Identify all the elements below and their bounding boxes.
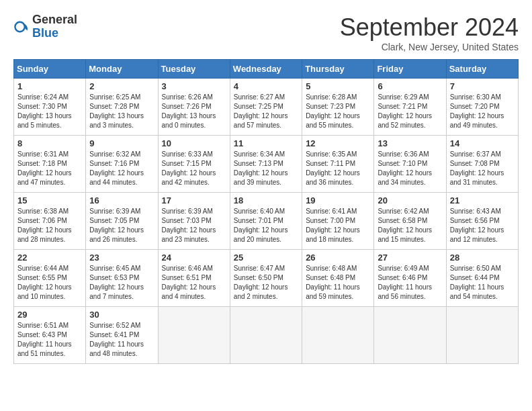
calendar-cell: 4Sunrise: 6:27 AMSunset: 7:25 PMDaylight… [230,79,302,136]
calendar-cell: 2Sunrise: 6:25 AMSunset: 7:28 PMDaylight… [86,79,158,136]
cell-info: Sunrise: 6:34 AMSunset: 7:13 PMDaylight:… [234,150,288,186]
calendar-cell: 1Sunrise: 6:24 AMSunset: 7:30 PMDaylight… [14,79,86,136]
day-number: 8 [17,138,82,148]
day-number: 2 [89,81,154,91]
day-header-saturday: Saturday [446,60,518,79]
cell-info: Sunrise: 6:27 AMSunset: 7:25 PMDaylight:… [234,93,288,129]
cell-info: Sunrise: 6:37 AMSunset: 7:08 PMDaylight:… [450,150,504,186]
cell-info: Sunrise: 6:29 AMSunset: 7:21 PMDaylight:… [378,93,432,129]
logo: General Blue [13,13,77,40]
day-number: 28 [450,253,515,263]
day-number: 20 [378,195,442,205]
cell-info: Sunrise: 6:41 AMSunset: 7:00 PMDaylight:… [306,208,360,243]
calendar-cell: 18Sunrise: 6:40 AMSunset: 7:01 PMDayligh… [230,193,302,250]
calendar-cell [302,307,374,364]
logo-blue: Blue [32,26,58,40]
logo-text: General Blue [32,13,77,40]
cell-info: Sunrise: 6:26 AMSunset: 7:26 PMDaylight:… [162,93,216,129]
cell-info: Sunrise: 6:43 AMSunset: 6:56 PMDaylight:… [450,208,504,243]
day-number: 5 [306,81,370,91]
calendar-cell [374,307,446,364]
day-header-sunday: Sunday [14,60,86,79]
cell-info: Sunrise: 6:30 AMSunset: 7:20 PMDaylight:… [450,93,504,129]
logo-icon [13,19,30,35]
cell-info: Sunrise: 6:38 AMSunset: 7:06 PMDaylight:… [17,208,72,243]
cell-info: Sunrise: 6:35 AMSunset: 7:11 PMDaylight:… [306,150,360,186]
calendar-cell: 24Sunrise: 6:46 AMSunset: 6:51 PMDayligh… [158,250,230,307]
month-title: September 2024 [340,13,519,42]
calendar-cell: 16Sunrise: 6:39 AMSunset: 7:05 PMDayligh… [86,193,158,250]
cell-info: Sunrise: 6:33 AMSunset: 7:15 PMDaylight:… [162,150,216,186]
calendar-cell: 25Sunrise: 6:47 AMSunset: 6:50 PMDayligh… [230,250,302,307]
calendar-cell: 9Sunrise: 6:32 AMSunset: 7:16 PMDaylight… [86,136,158,193]
day-number: 4 [234,81,298,91]
day-number: 7 [450,81,515,91]
calendar-cell: 22Sunrise: 6:44 AMSunset: 6:55 PMDayligh… [14,250,86,307]
day-number: 12 [306,138,370,148]
calendar-cell: 28Sunrise: 6:50 AMSunset: 6:44 PMDayligh… [446,250,518,307]
calendar-cell: 15Sunrise: 6:38 AMSunset: 7:06 PMDayligh… [14,193,86,250]
calendar-cell: 6Sunrise: 6:29 AMSunset: 7:21 PMDaylight… [374,79,446,136]
logo-general: General [32,13,77,26]
cell-info: Sunrise: 6:45 AMSunset: 6:53 PMDaylight:… [89,265,144,300]
day-number: 26 [306,253,370,263]
calendar-cell: 3Sunrise: 6:26 AMSunset: 7:26 PMDaylight… [158,79,230,136]
day-number: 18 [234,195,298,205]
calendar-cell: 21Sunrise: 6:43 AMSunset: 6:56 PMDayligh… [446,193,518,250]
days-header-row: SundayMondayTuesdayWednesdayThursdayFrid… [14,60,519,79]
day-number: 25 [234,253,298,263]
cell-info: Sunrise: 6:42 AMSunset: 6:58 PMDaylight:… [378,208,432,243]
day-number: 9 [89,138,154,148]
cell-info: Sunrise: 6:44 AMSunset: 6:55 PMDaylight:… [17,265,72,300]
cell-info: Sunrise: 6:40 AMSunset: 7:01 PMDaylight:… [234,208,288,243]
day-number: 23 [89,253,154,263]
cell-info: Sunrise: 6:51 AMSunset: 6:43 PMDaylight:… [17,322,72,357]
calendar-cell: 8Sunrise: 6:31 AMSunset: 7:18 PMDaylight… [14,136,86,193]
calendar-cell: 14Sunrise: 6:37 AMSunset: 7:08 PMDayligh… [446,136,518,193]
cell-info: Sunrise: 6:39 AMSunset: 7:05 PMDaylight:… [89,208,144,243]
cell-info: Sunrise: 6:52 AMSunset: 6:41 PMDaylight:… [89,322,144,357]
cell-info: Sunrise: 6:50 AMSunset: 6:44 PMDaylight:… [450,265,504,300]
day-number: 13 [378,138,442,148]
day-header-friday: Friday [374,60,446,79]
cell-info: Sunrise: 6:39 AMSunset: 7:03 PMDaylight:… [162,208,216,243]
calendar-cell: 7Sunrise: 6:30 AMSunset: 7:20 PMDaylight… [446,79,518,136]
cell-info: Sunrise: 6:31 AMSunset: 7:18 PMDaylight:… [17,150,72,186]
calendar-cell: 10Sunrise: 6:33 AMSunset: 7:15 PMDayligh… [158,136,230,193]
day-number: 16 [89,195,154,205]
cell-info: Sunrise: 6:28 AMSunset: 7:23 PMDaylight:… [306,93,360,129]
calendar-table: SundayMondayTuesdayWednesdayThursdayFrid… [13,59,519,364]
day-number: 15 [17,195,82,205]
cell-info: Sunrise: 6:49 AMSunset: 6:46 PMDaylight:… [378,265,432,300]
location: Clark, New Jersey, United States [340,42,519,52]
calendar-week-5: 29Sunrise: 6:51 AMSunset: 6:43 PMDayligh… [14,307,519,364]
cell-info: Sunrise: 6:36 AMSunset: 7:10 PMDaylight:… [378,150,432,186]
day-number: 30 [89,310,154,320]
calendar-cell [446,307,518,364]
day-header-monday: Monday [86,60,158,79]
calendar-cell: 29Sunrise: 6:51 AMSunset: 6:43 PMDayligh… [14,307,86,364]
calendar-week-1: 1Sunrise: 6:24 AMSunset: 7:30 PMDaylight… [14,79,519,136]
calendar-cell: 5Sunrise: 6:28 AMSunset: 7:23 PMDaylight… [302,79,374,136]
calendar-cell: 11Sunrise: 6:34 AMSunset: 7:13 PMDayligh… [230,136,302,193]
cell-info: Sunrise: 6:47 AMSunset: 6:50 PMDaylight:… [234,265,288,300]
day-number: 1 [17,81,82,91]
day-number: 17 [162,195,226,205]
cell-info: Sunrise: 6:32 AMSunset: 7:16 PMDaylight:… [89,150,144,186]
calendar-cell: 23Sunrise: 6:45 AMSunset: 6:53 PMDayligh… [86,250,158,307]
cell-info: Sunrise: 6:46 AMSunset: 6:51 PMDaylight:… [162,265,216,300]
day-header-wednesday: Wednesday [230,60,302,79]
calendar-cell: 12Sunrise: 6:35 AMSunset: 7:11 PMDayligh… [302,136,374,193]
day-number: 29 [17,310,82,320]
day-number: 24 [162,253,226,263]
calendar-cell [230,307,302,364]
page-header: General Blue September 2024 Clark, New J… [13,13,519,52]
day-header-tuesday: Tuesday [158,60,230,79]
calendar-cell: 20Sunrise: 6:42 AMSunset: 6:58 PMDayligh… [374,193,446,250]
title-block: September 2024 Clark, New Jersey, United… [340,13,519,52]
day-number: 6 [378,81,442,91]
day-header-thursday: Thursday [302,60,374,79]
cell-info: Sunrise: 6:25 AMSunset: 7:28 PMDaylight:… [89,93,144,129]
calendar-week-3: 15Sunrise: 6:38 AMSunset: 7:06 PMDayligh… [14,193,519,250]
calendar-cell: 19Sunrise: 6:41 AMSunset: 7:00 PMDayligh… [302,193,374,250]
